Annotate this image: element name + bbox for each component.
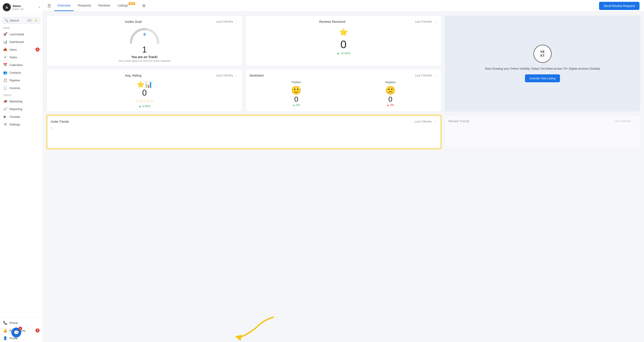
invites-goal-header: Invites Goal Last 6 Months ⋮ — [50, 19, 238, 24]
sentiment-card: Sentiment Last 6 Months ⋮ Positive 🙂 0 ▲… — [246, 69, 442, 112]
sidebar-item-inbox[interactable]: 📥 Inbox 0 — [0, 46, 43, 53]
star-row: ☆☆☆☆☆ — [50, 99, 238, 104]
sidebar-item-label: Marketing — [10, 100, 22, 103]
review-trends-header: Review Trends Last 6 Months ⋮ — [448, 119, 636, 124]
review-trends-card: Review Trends Last 6 Months ⋮ — [444, 115, 640, 149]
tab-requests[interactable]: Requests — [74, 1, 94, 11]
negative-number: 0 — [385, 95, 396, 104]
goal-sub-text: Your current goal is to send 20 review r… — [50, 60, 238, 62]
sidebar-item-phone[interactable]: 📞 Phone — [0, 319, 43, 327]
sidebar-item-youtube[interactable]: ▶ Youtube — [0, 113, 43, 121]
chat-badge: 2 — [18, 327, 22, 330]
sidebar-item-invoices[interactable]: 🧾 Invoices — [0, 84, 43, 92]
gauge-container: ✈ — [129, 27, 160, 44]
sentiment-header: Sentiment Last 6 Months ⋮ — [250, 73, 438, 78]
avg-rating-menu-icon[interactable]: ⋮ — [234, 73, 238, 78]
user-info: Demo Irvine, CA — [13, 4, 37, 11]
launchpad-icon: 🚀 — [3, 32, 7, 36]
positive-percent: ▲ 0% — [291, 104, 301, 107]
avg-rating-percent: ▲ 0.00% — [50, 104, 238, 108]
sidebar-item-label: Tasks — [10, 56, 17, 59]
negative-label: Negative — [385, 81, 396, 84]
review-trends-title: Review Trends — [448, 119, 614, 123]
sidebar: A Demo Irvine, CA ▾ 🔍 Search ⌘K ⚡ Apps 🚀… — [0, 0, 43, 342]
search-shortcut: ⌘K — [27, 19, 32, 22]
invite-trends-header: Invite Trends Last 6 Months ⋮ — [51, 119, 437, 124]
invite-trends-menu-icon[interactable]: ⋮ — [433, 119, 437, 124]
top-navigation: ☰ Overview Requests Reviews Listings new… — [43, 0, 644, 12]
dashboard: Invites Goal Last 6 Months ⋮ ✈ 1 You are… — [43, 12, 644, 342]
reviews-received-menu-icon[interactable]: ⋮ — [434, 19, 438, 24]
sidebar-item-label: Dashboard — [10, 40, 24, 44]
invites-goal-number: 1 — [50, 46, 238, 54]
tab-listings[interactable]: Listings new — [114, 1, 135, 11]
invites-goal-card: Invites Goal Last 6 Months ⋮ ✈ 1 You are… — [46, 15, 242, 66]
invites-goal-menu-icon[interactable]: ⋮ — [234, 19, 238, 24]
positive-number: 0 — [291, 95, 301, 104]
sidebar-item-label: Settings — [10, 123, 20, 126]
sidebar-item-reporting[interactable]: 📈 Reporting — [0, 105, 43, 113]
reporting-icon: 📈 — [3, 107, 7, 111]
sidebar-item-launchpad[interactable]: 🚀 Launchpad — [0, 30, 43, 38]
reviews-number: 0 — [250, 38, 438, 51]
chevron-down-icon[interactable]: ▾ — [39, 6, 40, 9]
sidebar-item-marketing[interactable]: 📣 Marketing — [0, 97, 43, 105]
phone-icon: 📞 — [3, 321, 7, 325]
chat-bubble[interactable]: 💬 2 — [11, 327, 21, 337]
sidebar-header[interactable]: A Demo Irvine, CA ▾ — [0, 0, 43, 15]
tools-section-label: Tools — [0, 92, 43, 97]
plane-icon: ✈ — [142, 32, 147, 38]
sidebar-item-label: Contacts — [10, 71, 21, 74]
avatar: A — [3, 3, 11, 11]
send-review-button[interactable]: Send Review Request — [599, 2, 640, 10]
tab-overview[interactable]: Overview — [54, 1, 74, 11]
search-bar[interactable]: 🔍 Search ⌘K ⚡ — [2, 17, 40, 24]
youtube-icon: ▶ — [3, 115, 7, 119]
activate-yext-button[interactable]: Activate Yext Listing — [525, 74, 560, 82]
lightning-icon: ⚡ — [34, 19, 38, 22]
stars-icon: ⭐📊 — [50, 81, 238, 88]
yext-description: Start Growing your Online Visibility Tod… — [485, 67, 600, 71]
negative-percent: ▲ 0% — [385, 104, 396, 107]
chart-y-label: 2 — [51, 127, 52, 130]
search-icon: 🔍 — [5, 19, 8, 22]
sidebar-item-tasks[interactable]: ✔ Tasks — [0, 53, 43, 61]
sentiment-menu-icon[interactable]: ⋮ — [434, 73, 438, 78]
contacts-icon: 👥 — [3, 71, 7, 75]
sidebar-item-settings[interactable]: ⚙ Settings — [0, 121, 43, 128]
sidebar-item-calendars[interactable]: 📅 Calendars — [0, 61, 43, 69]
invites-goal-period: Last 6 Months — [216, 20, 233, 23]
invite-trends-period: Last 6 Months — [415, 120, 432, 123]
invites-goal-title: Invites Goal — [50, 20, 216, 24]
chat-icon: 💬 — [14, 330, 19, 335]
sentiment-title: Sentiment — [250, 74, 415, 77]
reviews-percent: ▲ +0.00% — [250, 52, 438, 55]
yext-logo: YEXT — [534, 45, 552, 63]
reviews-received-header: Reviews Received Last 6 Months ⋮ — [250, 19, 438, 24]
hamburger-icon[interactable]: ☰ — [48, 4, 51, 8]
invoices-icon: 🧾 — [3, 86, 7, 90]
sentiment-positive: Positive 🙂 0 ▲ 0% — [291, 81, 301, 107]
invite-trends-card: Invite Trends Last 6 Months ⋮ 2 — [46, 115, 442, 149]
svg-marker-0 — [235, 335, 242, 341]
sidebar-item-contacts[interactable]: 👥 Contacts — [0, 69, 43, 76]
avg-rating-title: Avg. Rating — [50, 74, 216, 77]
sidebar-item-dashboard[interactable]: 📊 Dashboard — [0, 38, 43, 46]
main-content: ☰ Overview Requests Reviews Listings new… — [43, 0, 644, 342]
sidebar-item-pipeline[interactable]: 📋 Pipeline — [0, 76, 43, 84]
tasks-icon: ✔ — [3, 55, 7, 59]
sidebar-item-profile[interactable]: 👤 Profile — [0, 334, 43, 342]
marketing-icon: 📣 — [3, 99, 7, 103]
sidebar-item-label: Launchpad — [10, 33, 24, 36]
sidebar-item-label: Phone — [10, 321, 18, 324]
settings-gear-icon[interactable]: ⚙ — [141, 2, 147, 10]
reviews-received-card: Reviews Received Last 6 Months ⋮ ⭐ 0 ▲ +… — [246, 15, 442, 66]
annotation-arrow — [233, 315, 278, 342]
review-trends-menu-icon[interactable]: ⋮ — [632, 119, 636, 124]
avg-rating-number: 0 — [50, 88, 238, 98]
tab-reviews[interactable]: Reviews — [95, 1, 114, 11]
settings-icon: ⚙ — [3, 122, 7, 126]
sentiment-period: Last 6 Months — [415, 74, 432, 77]
reviews-received-period: Last 6 Months — [415, 20, 432, 23]
apps-section-label: Apps — [0, 25, 43, 30]
